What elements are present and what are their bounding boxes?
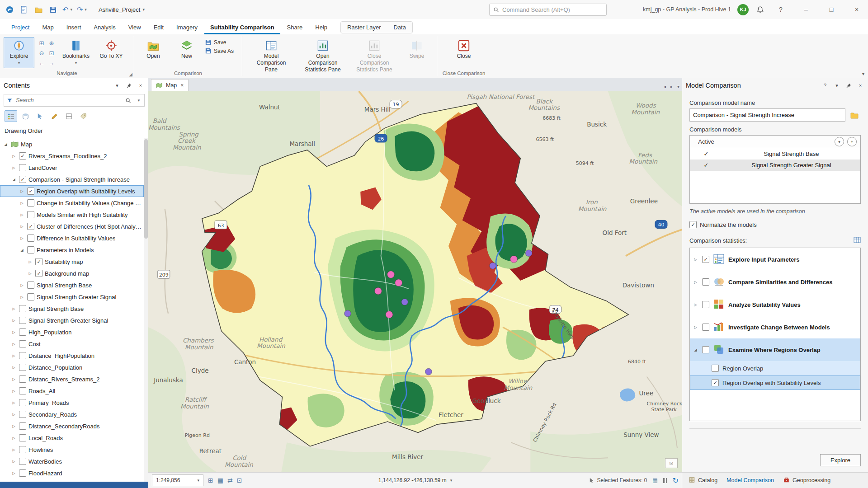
layer-visibility-checkbox[interactable] [19,317,26,324]
expand-arrow-icon[interactable]: ▷ [693,303,698,307]
layer-visibility-checkbox[interactable] [19,399,26,406]
statistic-row[interactable]: ▷Investigate Change Between Models [690,316,860,338]
pin-icon[interactable] [844,81,853,89]
close-tab-icon[interactable]: × [180,82,184,89]
expand-arrow-icon[interactable]: ▷ [11,166,17,170]
bookmarks-button[interactable]: Bookmarks ▾ [59,37,93,68]
layer-item[interactable]: ▷Roads_All [0,385,144,397]
statistic-checkbox[interactable]: ✓ [702,256,709,263]
statistic-row[interactable]: ▷Compare Similarities and Differences [690,271,860,293]
ribbon-tab-data[interactable]: Data [387,22,412,33]
layer-visibility-checkbox[interactable]: ✓ [35,258,42,265]
layer-item[interactable]: ◢Map [0,138,144,150]
refresh-map-icon[interactable]: ↻ [673,476,679,485]
save-comparison-button[interactable]: Save [205,39,234,46]
layer-item[interactable]: ▷LandCover [0,162,144,174]
zoom-box-icon[interactable]: ⊡ [237,477,242,484]
maximize-button[interactable]: □ [822,0,841,19]
avatar[interactable]: KJ [737,4,749,15]
ribbon-tab-map[interactable]: Map [36,21,59,34]
contents-search-input[interactable] [15,97,123,104]
list-by-snapping-button[interactable] [62,110,75,122]
raster-grid-icon[interactable]: ▦ [217,477,223,484]
layer-visibility-checkbox[interactable]: ✓ [27,188,34,195]
expand-arrow-icon[interactable]: ▷ [11,319,17,323]
browse-folder-button[interactable] [848,109,861,121]
layer-visibility-checkbox[interactable] [19,340,26,347]
layer-item[interactable]: ▷Distance_HighPopulation [0,350,144,361]
layer-visibility-checkbox[interactable] [27,293,34,300]
open-comparison-statistics-pane-button[interactable]: Open Comparison Statistics Pane [298,37,347,76]
undo-button[interactable]: ↶ [62,5,68,14]
statistic-checkbox[interactable] [702,346,709,353]
expand-arrow-icon[interactable]: ▷ [19,283,25,287]
close-pane-icon[interactable]: × [137,81,145,89]
close-pane-icon[interactable]: × [856,81,864,89]
layer-item[interactable]: ▷✓Region Overlap with Suitability Levels [0,185,144,197]
previous-extent-button[interactable]: ← [37,58,46,67]
ribbon-tab-analysis[interactable]: Analysis [88,21,121,34]
close-comparison-statistics-pane-button[interactable]: Close Comparison Statistics Pane [350,37,399,76]
statistics-table-icon[interactable] [854,236,861,245]
expand-arrow-icon[interactable]: ▷ [11,330,17,334]
redo-button[interactable]: ↷ [77,5,83,14]
layer-visibility-checkbox[interactable]: ✓ [19,152,26,160]
map-scale-select[interactable]: 1:249,856 ▾ [152,474,203,486]
expand-arrow-icon[interactable]: ▷ [11,366,17,370]
save-project-button[interactable] [48,5,58,14]
project-menu[interactable]: Ashville_Project ▾ [99,6,145,13]
fixed-zoom-in-button[interactable]: ⊕ [47,38,56,47]
expand-arrow-icon[interactable]: ▷ [11,154,17,158]
statistic-sub-option[interactable]: Region Overlap [690,361,860,375]
pane-help-icon[interactable]: ? [821,81,829,89]
layer-visibility-checkbox[interactable] [27,199,34,206]
layer-item[interactable]: ▷Signal Strength Greater Signal [0,314,144,326]
active-column-header[interactable]: Active [690,138,722,145]
layer-visibility-checkbox[interactable] [27,211,34,218]
layer-item[interactable]: ▷Distance_Population [0,361,144,373]
extent-grid-icon[interactable]: ⊞ [208,477,213,484]
close-window-button[interactable]: × [847,0,866,19]
expand-arrow-icon[interactable]: ▷ [693,325,698,329]
swipe-button[interactable]: Swipe [401,37,432,62]
expand-arrow-icon[interactable]: ▷ [11,460,17,464]
expand-arrow-icon[interactable]: ▷ [11,401,17,405]
add-model-button[interactable]: + [847,137,857,146]
contents-vertical-scrollbar[interactable] [144,138,148,482]
list-by-drawing-order-button[interactable] [5,110,17,122]
scroll-tabs-right-icon[interactable]: ▸ [670,84,673,89]
layer-item[interactable]: ▷WaterBodies [0,455,144,467]
save-as-comparison-button[interactable]: Save As [205,47,234,54]
expand-arrow-icon[interactable]: ▷ [11,342,17,346]
expand-arrow-icon[interactable]: ▷ [11,354,17,358]
layer-item[interactable]: ▷✓Suitability map [0,256,144,267]
layer-item[interactable]: ▷Signal Strength Greater Signal [0,291,144,303]
expand-arrow-icon[interactable]: ▷ [11,424,17,428]
command-search-input[interactable]: Command Search (Alt+Q) [489,4,607,16]
layer-item[interactable]: ▷Models Similar with High Suitability [0,209,144,221]
ribbon-tab-suitability-comparison[interactable]: Suitability Comparison [204,21,280,34]
layer-visibility-checkbox[interactable] [19,164,26,171]
comparison-model-row[interactable]: ✓Signal Strength Greater Signal [690,160,860,171]
layer-item[interactable]: ▷Local_Roads [0,432,144,444]
layer-visibility-checkbox[interactable] [19,469,26,477]
expand-arrow-icon[interactable]: ▷ [27,272,33,276]
model-comparison-pane-button[interactable]: Model Comparison Pane [247,37,296,76]
dock-tab-geoprocessing[interactable]: Geoprocessing [779,474,834,487]
layer-visibility-checkbox[interactable] [19,305,26,312]
expand-arrow-icon[interactable]: ▷ [11,377,17,381]
layer-visibility-checkbox[interactable]: ✓ [27,223,34,230]
new-project-button[interactable] [19,5,29,14]
statistic-checkbox[interactable] [702,324,709,331]
expand-arrow-icon[interactable]: ▷ [19,295,25,299]
map-message-icon[interactable]: ✉ [665,458,678,468]
search-options-icon[interactable]: ▾ [133,98,144,103]
collapse-ribbon-icon[interactable]: ▾ [862,71,864,76]
layer-visibility-checkbox[interactable] [19,411,26,418]
ribbon-tab-view[interactable]: View [123,21,147,34]
layer-visibility-checkbox[interactable] [19,352,26,359]
ribbon-tab-raster-layer[interactable]: Raster Layer [341,22,387,33]
swap-axes-icon[interactable]: ⇄ [227,477,233,484]
expand-arrow-icon[interactable]: ▷ [19,189,25,193]
list-by-editing-button[interactable] [48,110,61,122]
